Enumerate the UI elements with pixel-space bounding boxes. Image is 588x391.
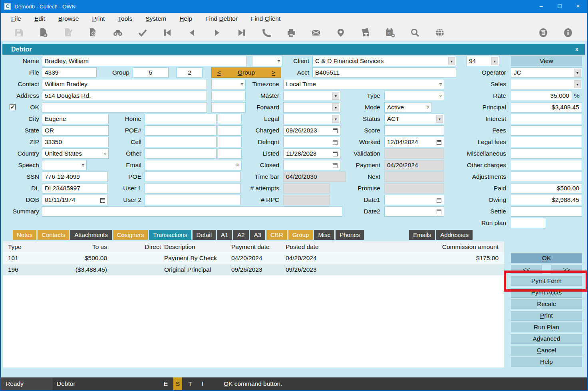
- date1-field[interactable]: [384, 195, 444, 205]
- ssn-field[interactable]: 776-12-4099: [42, 172, 108, 182]
- chevron-down-icon[interactable]: ▾: [491, 57, 498, 65]
- cancel-button[interactable]: Cancel: [511, 345, 582, 355]
- adjustments-field[interactable]: [511, 172, 582, 182]
- tab-a3[interactable]: A3: [250, 230, 265, 240]
- operator-field[interactable]: JC▾: [511, 67, 582, 78]
- name-dropdown[interactable]: ▿: [252, 56, 282, 66]
- col-posted-date[interactable]: Posted date: [283, 241, 338, 252]
- client-number-field[interactable]: 94▾: [466, 56, 499, 66]
- menu-find-debtor[interactable]: Find Debtor: [201, 13, 242, 25]
- print-button[interactable]: Print: [511, 310, 582, 321]
- miscellaneous-field[interactable]: [511, 148, 582, 159]
- chevron-down-icon[interactable]: ▾: [448, 57, 455, 65]
- legal-fees-field[interactable]: [511, 137, 582, 147]
- type-field[interactable]: ▿: [384, 91, 444, 101]
- fees-field[interactable]: [511, 125, 582, 136]
- address-field-1[interactable]: 514 Douglas Rd.: [42, 91, 207, 101]
- contact-field[interactable]: William Bradley: [42, 79, 207, 89]
- payment-card-icon[interactable]: [361, 28, 370, 38]
- file-field[interactable]: 4339: [42, 67, 97, 78]
- col-description[interactable]: Description: [161, 241, 229, 252]
- score-field[interactable]: [384, 125, 444, 136]
- cell-field[interactable]: [145, 137, 217, 147]
- chevron-down-icon[interactable]: ▿: [427, 103, 429, 112]
- worked-field[interactable]: 12/04/2024: [384, 137, 444, 147]
- search-icon[interactable]: [410, 28, 420, 38]
- menu-help[interactable]: Help: [175, 13, 197, 25]
- send-email-icon[interactable]: [311, 28, 321, 38]
- tab-notes[interactable]: Notes: [13, 230, 36, 240]
- tab-attachments[interactable]: Attachments: [70, 230, 111, 240]
- tab-addresses[interactable]: Addresses: [436, 230, 473, 240]
- listed-field[interactable]: 11/28/2023: [283, 148, 340, 159]
- chevron-down-icon[interactable]: ▾: [574, 69, 581, 77]
- tab-emails[interactable]: Emails: [409, 230, 435, 240]
- status-field[interactable]: ACT▾: [384, 114, 444, 124]
- help-button[interactable]: Help: [511, 357, 582, 367]
- menu-tools[interactable]: Tools: [113, 13, 137, 25]
- menu-edit[interactable]: Edit: [30, 13, 50, 25]
- maximize-button[interactable]: □: [550, 0, 569, 13]
- schedule-event-icon[interactable]: 31: [385, 28, 395, 38]
- owing-field[interactable]: $2,988.45: [511, 195, 582, 205]
- name-field[interactable]: Bradley, William: [42, 56, 247, 66]
- tab-detail[interactable]: Detail: [193, 230, 216, 240]
- next-record-icon[interactable]: [212, 28, 222, 38]
- settle-field[interactable]: [511, 206, 582, 217]
- ok-button[interactable]: OK: [511, 253, 582, 263]
- sales-field[interactable]: ▾: [511, 79, 582, 89]
- client-field[interactable]: C & D Financial Services▾: [312, 56, 456, 66]
- dob-field[interactable]: 01/11/1974: [42, 195, 108, 205]
- close-button[interactable]: ×: [569, 0, 587, 13]
- minimize-button[interactable]: –: [532, 0, 550, 13]
- menu-system[interactable]: System: [141, 13, 171, 25]
- other-charges-field[interactable]: [511, 160, 582, 170]
- chevron-down-icon[interactable]: ▿: [278, 56, 280, 66]
- interest-field[interactable]: [511, 114, 582, 124]
- state-field[interactable]: OR: [42, 125, 109, 136]
- menu-print[interactable]: Print: [87, 13, 109, 25]
- quick-note-icon[interactable]: [336, 28, 346, 38]
- address-field-2[interactable]: [42, 102, 207, 113]
- delnqnt-field[interactable]: [283, 137, 340, 147]
- country-field[interactable]: United States▿: [42, 148, 109, 159]
- city-field[interactable]: Eugene: [42, 114, 109, 124]
- table-row[interactable]: 196 ($3,488.45) Original Principal 09/26…: [3, 264, 504, 275]
- summary-field[interactable]: [42, 206, 342, 217]
- tab-contacts[interactable]: Contacts: [38, 230, 69, 240]
- timezone-field[interactable]: Local Time▿: [283, 79, 444, 89]
- first-record-icon[interactable]: [163, 28, 172, 38]
- menu-find-client[interactable]: Find Client: [246, 13, 285, 25]
- chevron-down-icon[interactable]: ▿: [82, 160, 84, 170]
- forward-field[interactable]: ▾: [283, 102, 340, 113]
- runplan-field[interactable]: [511, 218, 546, 228]
- last-record-icon[interactable]: [237, 28, 246, 38]
- phone-dialer-icon[interactable]: [262, 28, 271, 38]
- tab-misc[interactable]: Misc: [314, 230, 334, 240]
- col-commission[interactable]: Commission amount: [338, 241, 504, 252]
- poe-number-field[interactable]: [145, 125, 217, 136]
- other-phone-field[interactable]: [145, 148, 217, 159]
- run-plan-button[interactable]: Run Plan: [511, 322, 582, 332]
- mode-field[interactable]: Active▿: [384, 102, 431, 113]
- chevron-down-icon[interactable]: ▿: [104, 149, 106, 158]
- menu-file[interactable]: File: [6, 13, 26, 25]
- delete-record-icon[interactable]: [538, 28, 548, 38]
- menu-browse[interactable]: Browse: [54, 13, 84, 25]
- rate-field[interactable]: 35.000: [511, 91, 572, 101]
- date2-field[interactable]: [384, 206, 444, 217]
- recalc-button[interactable]: Recalc: [511, 299, 582, 309]
- home-field[interactable]: [145, 114, 217, 124]
- information-icon[interactable]: [563, 28, 573, 38]
- tab-group[interactable]: Group: [288, 230, 313, 240]
- tab-a1[interactable]: A1: [217, 230, 232, 240]
- closed-field[interactable]: [283, 160, 340, 170]
- paid-field[interactable]: $500.00: [511, 183, 582, 194]
- preview-record-icon[interactable]: [88, 28, 98, 38]
- chevron-down-icon[interactable]: ▾: [574, 80, 581, 88]
- tab-cbr[interactable]: CBR: [266, 230, 287, 240]
- calendar-icon[interactable]: [100, 198, 105, 203]
- tab-phones[interactable]: Phones: [336, 230, 364, 240]
- advanced-button[interactable]: Advanced: [511, 334, 582, 344]
- web-browser-icon[interactable]: [435, 28, 445, 38]
